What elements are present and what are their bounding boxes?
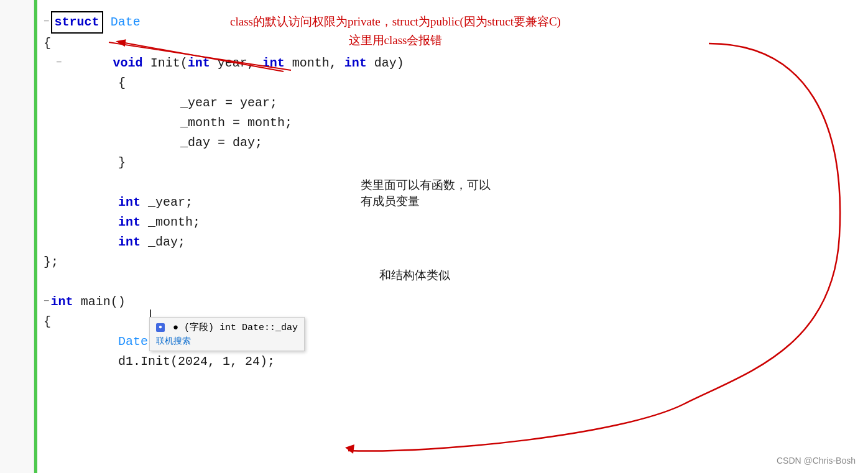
code-line-13: }; <box>44 252 404 272</box>
green-bar <box>34 0 37 473</box>
init-open: Init( <box>150 53 188 73</box>
code-line-4: { <box>44 73 404 93</box>
day-param: day) <box>367 53 404 73</box>
code-line-18: d1.Init(2024, 1, 24); <box>44 352 404 372</box>
day-assign: _day = day; <box>180 133 262 153</box>
annotation-middle: 类里面可以有函数，可以 有成员变量 <box>361 177 491 209</box>
tooltip-title-text: ● (字段) int Date::_day <box>173 323 298 333</box>
code-area: − struct Date { − void Init( int year, i… <box>0 0 868 473</box>
date-type-main: Date <box>118 332 148 352</box>
code-line-6: _month = month; <box>44 113 404 133</box>
collapse-icon-3[interactable]: − <box>56 55 62 71</box>
code-line-10: int _year; <box>44 193 404 213</box>
month-param: month, <box>285 53 344 73</box>
tooltip-line1: ● ● (字段) int Date::_day <box>156 321 298 333</box>
month-field: _month; <box>141 213 200 232</box>
brace-init-close: } <box>118 153 126 173</box>
int-kw-day: int <box>344 53 367 73</box>
int-kw-month-field: int <box>118 213 141 232</box>
annotation-top-red-line1: class的默认访问权限为private，struct为public(因为str… <box>230 14 561 30</box>
tooltip-search-link[interactable]: 联机搜索 <box>156 336 191 346</box>
annotation-middle-text: 类里面可以有函数，可以 <box>361 177 491 193</box>
code-line-15: − int main() <box>44 292 404 312</box>
watermark: CSDN @Chris-Bosh <box>777 456 856 466</box>
int-kw-day-field: int <box>118 232 141 252</box>
code-line-11: int _month; <box>44 213 404 232</box>
code-line-3: − void Init( int year, int month, int da… <box>44 53 404 73</box>
annotation-right-text: 和结构体类似 <box>379 267 450 283</box>
collapse-icon-1[interactable]: − <box>44 14 50 30</box>
year-assign: _year = year; <box>180 93 277 113</box>
int-kw-month: int <box>262 53 285 73</box>
svg-marker-1 <box>345 444 354 454</box>
collapse-icon-15[interactable]: − <box>44 294 50 310</box>
main-func: main() <box>73 292 126 312</box>
code-line-7: _day = day; <box>44 133 404 153</box>
code-line-9 <box>44 173 404 193</box>
year-field: _year; <box>141 193 193 213</box>
annotation-top-red: class的默认访问权限为private，struct为public(因为str… <box>230 14 561 48</box>
struct-close: }; <box>44 252 58 272</box>
struct-keyword: struct <box>51 11 103 34</box>
int-kw-year: int <box>188 53 210 73</box>
tooltip-field-icon: ● <box>156 323 165 332</box>
annotation-middle-text2: 有成员变量 <box>361 193 491 209</box>
brace-open: { <box>44 34 51 53</box>
brace-init-open: { <box>118 73 126 93</box>
space-1 <box>103 12 111 32</box>
code-line-14 <box>44 272 404 292</box>
code-line-12: int _day; <box>44 232 404 252</box>
code-line-5: _year = year; <box>44 93 404 113</box>
annotation-right: 和结构体类似 <box>379 267 450 283</box>
tooltip-popup: ● ● (字段) int Date::_day 联机搜索 <box>149 317 305 351</box>
year-param: year, <box>210 53 262 73</box>
day-field: _day; <box>141 232 185 252</box>
main-brace-open: { <box>44 312 51 332</box>
line-gutter <box>0 0 34 473</box>
int-kw-year-field: int <box>118 193 141 213</box>
void-kw: void <box>113 53 143 73</box>
annotation-top-red-line2: 这里用class会报错 <box>230 32 561 48</box>
month-assign: _month = month; <box>180 113 292 133</box>
struct-text: struct <box>55 15 99 29</box>
code-line-8: } <box>44 153 404 173</box>
date-type: Date <box>111 12 141 32</box>
int-kw-main: int <box>51 292 73 312</box>
d1-init-call: d1.Init(2024, 1, 24); <box>118 352 275 372</box>
space-init <box>143 53 150 73</box>
